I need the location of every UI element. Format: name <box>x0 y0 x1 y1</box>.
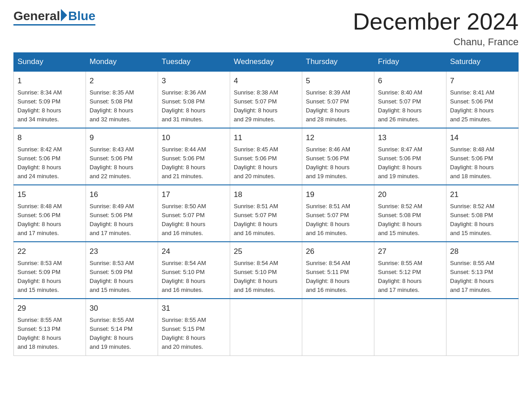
location-text: Chanu, France <box>353 36 519 48</box>
calendar-cell: 24Sunrise: 8:54 AMSunset: 5:10 PMDayligh… <box>158 242 230 299</box>
day-info: Sunrise: 8:53 AMSunset: 5:09 PMDaylight:… <box>17 260 62 293</box>
day-info: Sunrise: 8:46 AMSunset: 5:06 PMDaylight:… <box>306 146 350 180</box>
day-info: Sunrise: 8:54 AMSunset: 5:10 PMDaylight:… <box>162 260 206 293</box>
calendar-week-row: 1Sunrise: 8:34 AMSunset: 5:09 PMDaylight… <box>14 71 519 128</box>
day-number: 5 <box>306 75 370 87</box>
day-info: Sunrise: 8:40 AMSunset: 5:07 PMDaylight:… <box>378 89 422 123</box>
day-info: Sunrise: 8:51 AMSunset: 5:07 PMDaylight:… <box>234 203 278 236</box>
day-info: Sunrise: 8:39 AMSunset: 5:07 PMDaylight:… <box>306 89 350 123</box>
calendar-cell: 20Sunrise: 8:52 AMSunset: 5:08 PMDayligh… <box>374 185 446 242</box>
calendar-cell <box>446 299 519 355</box>
month-title: December 2024 <box>353 9 519 34</box>
day-info: Sunrise: 8:34 AMSunset: 5:09 PMDaylight:… <box>17 89 62 123</box>
logo-underline <box>13 24 95 26</box>
calendar-cell: 11Sunrise: 8:45 AMSunset: 5:06 PMDayligh… <box>230 128 302 185</box>
day-number: 29 <box>17 303 82 314</box>
day-info: Sunrise: 8:54 AMSunset: 5:11 PMDaylight:… <box>306 260 350 293</box>
day-info: Sunrise: 8:41 AMSunset: 5:06 PMDaylight:… <box>450 89 494 123</box>
calendar-cell: 4Sunrise: 8:38 AMSunset: 5:07 PMDaylight… <box>230 71 302 128</box>
day-number: 23 <box>90 246 154 257</box>
calendar-cell <box>230 299 302 355</box>
day-info: Sunrise: 8:53 AMSunset: 5:09 PMDaylight:… <box>90 260 134 293</box>
calendar-cell: 15Sunrise: 8:48 AMSunset: 5:06 PMDayligh… <box>14 185 86 242</box>
day-info: Sunrise: 8:55 AMSunset: 5:14 PMDaylight:… <box>90 317 134 350</box>
calendar-cell: 26Sunrise: 8:54 AMSunset: 5:11 PMDayligh… <box>302 242 374 299</box>
day-info: Sunrise: 8:48 AMSunset: 5:06 PMDaylight:… <box>17 203 62 236</box>
calendar-cell: 18Sunrise: 8:51 AMSunset: 5:07 PMDayligh… <box>230 185 302 242</box>
day-number: 15 <box>17 189 82 201</box>
day-info: Sunrise: 8:38 AMSunset: 5:07 PMDaylight:… <box>234 89 278 123</box>
calendar-cell: 9Sunrise: 8:43 AMSunset: 5:06 PMDaylight… <box>86 128 158 185</box>
day-info: Sunrise: 8:52 AMSunset: 5:08 PMDaylight:… <box>450 203 494 236</box>
day-info: Sunrise: 8:44 AMSunset: 5:06 PMDaylight:… <box>162 146 206 180</box>
calendar-cell: 12Sunrise: 8:46 AMSunset: 5:06 PMDayligh… <box>302 128 374 185</box>
logo-general-text: General <box>13 9 60 23</box>
day-info: Sunrise: 8:47 AMSunset: 5:06 PMDaylight:… <box>378 146 422 180</box>
day-info: Sunrise: 8:43 AMSunset: 5:06 PMDaylight:… <box>90 146 134 180</box>
calendar-cell: 14Sunrise: 8:48 AMSunset: 5:06 PMDayligh… <box>446 128 519 185</box>
day-number: 14 <box>450 132 515 144</box>
header-sunday: Sunday <box>14 53 86 72</box>
calendar-cell: 13Sunrise: 8:47 AMSunset: 5:06 PMDayligh… <box>374 128 446 185</box>
calendar-week-row: 29Sunrise: 8:55 AMSunset: 5:13 PMDayligh… <box>14 299 519 355</box>
calendar-cell: 29Sunrise: 8:55 AMSunset: 5:13 PMDayligh… <box>14 299 86 355</box>
calendar-header-row: SundayMondayTuesdayWednesdayThursdayFrid… <box>14 53 519 72</box>
header-saturday: Saturday <box>446 53 519 72</box>
day-info: Sunrise: 8:55 AMSunset: 5:13 PMDaylight:… <box>17 317 62 350</box>
day-number: 30 <box>90 303 154 314</box>
logo-triangle-icon <box>61 9 67 21</box>
calendar-cell: 3Sunrise: 8:36 AMSunset: 5:08 PMDaylight… <box>158 71 230 128</box>
day-number: 10 <box>162 132 226 144</box>
title-section: December 2024 Chanu, France <box>353 9 519 48</box>
day-info: Sunrise: 8:42 AMSunset: 5:06 PMDaylight:… <box>17 146 62 180</box>
day-number: 12 <box>306 132 370 144</box>
calendar-cell <box>302 299 374 355</box>
day-info: Sunrise: 8:36 AMSunset: 5:08 PMDaylight:… <box>162 89 206 123</box>
day-info: Sunrise: 8:54 AMSunset: 5:10 PMDaylight:… <box>234 260 278 293</box>
calendar-cell: 27Sunrise: 8:55 AMSunset: 5:12 PMDayligh… <box>374 242 446 299</box>
calendar-cell: 10Sunrise: 8:44 AMSunset: 5:06 PMDayligh… <box>158 128 230 185</box>
day-info: Sunrise: 8:50 AMSunset: 5:07 PMDaylight:… <box>162 203 206 236</box>
calendar-cell: 8Sunrise: 8:42 AMSunset: 5:06 PMDaylight… <box>14 128 86 185</box>
day-number: 8 <box>17 132 82 144</box>
calendar-cell: 16Sunrise: 8:49 AMSunset: 5:06 PMDayligh… <box>86 185 158 242</box>
day-number: 24 <box>162 246 226 257</box>
calendar-week-row: 22Sunrise: 8:53 AMSunset: 5:09 PMDayligh… <box>14 242 519 299</box>
day-info: Sunrise: 8:55 AMSunset: 5:13 PMDaylight:… <box>450 260 494 293</box>
day-info: Sunrise: 8:55 AMSunset: 5:15 PMDaylight:… <box>162 317 206 350</box>
calendar-cell: 5Sunrise: 8:39 AMSunset: 5:07 PMDaylight… <box>302 71 374 128</box>
day-info: Sunrise: 8:51 AMSunset: 5:07 PMDaylight:… <box>306 203 350 236</box>
calendar-week-row: 8Sunrise: 8:42 AMSunset: 5:06 PMDaylight… <box>14 128 519 185</box>
day-number: 6 <box>378 75 442 87</box>
calendar-cell: 21Sunrise: 8:52 AMSunset: 5:08 PMDayligh… <box>446 185 519 242</box>
day-info: Sunrise: 8:55 AMSunset: 5:12 PMDaylight:… <box>378 260 422 293</box>
day-info: Sunrise: 8:48 AMSunset: 5:06 PMDaylight:… <box>450 146 494 180</box>
day-number: 19 <box>306 189 370 201</box>
calendar-cell: 1Sunrise: 8:34 AMSunset: 5:09 PMDaylight… <box>14 71 86 128</box>
day-number: 13 <box>378 132 442 144</box>
day-number: 20 <box>378 189 442 201</box>
day-number: 28 <box>450 246 515 257</box>
calendar-week-row: 15Sunrise: 8:48 AMSunset: 5:06 PMDayligh… <box>14 185 519 242</box>
day-info: Sunrise: 8:52 AMSunset: 5:08 PMDaylight:… <box>378 203 422 236</box>
header-thursday: Thursday <box>302 53 374 72</box>
calendar-cell: 28Sunrise: 8:55 AMSunset: 5:13 PMDayligh… <box>446 242 519 299</box>
header-wednesday: Wednesday <box>230 53 302 72</box>
day-number: 17 <box>162 189 226 201</box>
day-number: 4 <box>234 75 298 87</box>
header-friday: Friday <box>374 53 446 72</box>
day-number: 27 <box>378 246 442 257</box>
calendar-cell <box>374 299 446 355</box>
day-number: 21 <box>450 189 515 201</box>
calendar-cell: 25Sunrise: 8:54 AMSunset: 5:10 PMDayligh… <box>230 242 302 299</box>
page-header: General Blue December 2024 Chanu, France <box>13 9 519 48</box>
calendar-cell: 31Sunrise: 8:55 AMSunset: 5:15 PMDayligh… <box>158 299 230 355</box>
calendar-cell: 7Sunrise: 8:41 AMSunset: 5:06 PMDaylight… <box>446 71 519 128</box>
day-number: 11 <box>234 132 298 144</box>
header-tuesday: Tuesday <box>158 53 230 72</box>
day-number: 3 <box>162 75 226 87</box>
day-info: Sunrise: 8:45 AMSunset: 5:06 PMDaylight:… <box>234 146 278 180</box>
calendar-cell: 6Sunrise: 8:40 AMSunset: 5:07 PMDaylight… <box>374 71 446 128</box>
logo: General Blue <box>13 9 95 26</box>
header-monday: Monday <box>86 53 158 72</box>
